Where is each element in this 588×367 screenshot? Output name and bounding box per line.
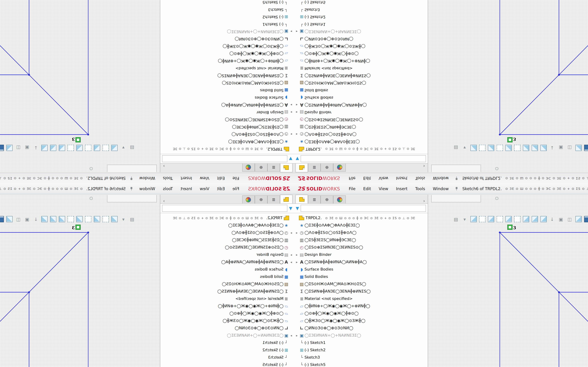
tree-item[interactable]: ◯ΣS⊙НЖ⊙ΑΜ◯ΜΑ⊙ЖН⊙ΣS◯ [160, 280, 293, 288]
tree-item[interactable]: Solid Bodies [160, 273, 293, 280]
tree-item[interactable]: ◯ΣS⊙НЖ⊙ΑΜ◯ΜΑ⊙ЖН⊙ΣS◯ [295, 79, 428, 87]
sketch-lines[interactable] [500, 233, 588, 367]
featuremanager-tab[interactable]: ⊕ [255, 164, 268, 172]
featuremanager-tab[interactable] [242, 195, 255, 203]
tree-item[interactable]: ◯ΣЗЕИΝΑΝ+◯+ΝΑИΝЕЗΣ◯ [160, 28, 293, 35]
view-toolbar-icon[interactable] [110, 143, 119, 152]
view-toolbar-icon[interactable]: ◫ [565, 215, 574, 224]
tree-item[interactable]: ◯ΣS╬ЗЕΣS◯ИΝ⊕╬ЭСЗЕ◯ [160, 236, 293, 244]
menu-item[interactable]: Tools [411, 186, 429, 191]
expander-icon[interactable] [289, 253, 293, 256]
view-toolbar-icon[interactable] [84, 143, 93, 152]
tree-item[interactable]: ◯ΣЗЕИΝΑΝ+◯+ΝΑИΝЕЗΣ◯ [295, 28, 428, 35]
featuremanager-tab[interactable]: ⊕ [320, 195, 333, 203]
pin-icon[interactable] [455, 176, 458, 180]
view-toolbar-icon[interactable]: ▾ [460, 143, 469, 152]
featuremanager-tab[interactable]: ≣ [268, 164, 280, 172]
tree-item[interactable]: ◯⊙⊕╬◯Ж◉◯◉Ж◯╬⊕⊙◯ [295, 50, 428, 57]
tabs-chevron-icon[interactable]: › [163, 199, 165, 203]
quick-access-toolbar[interactable]: ⊙ ЗЕ ⊙ Ш ⊙ ⊙ ⊙ ╬ ⊙ ЭС ⊙ ЗЕ ⊙ + ⊙ ΣS ⊙ ⊥ … [505, 176, 588, 180]
expander-icon[interactable] [289, 30, 293, 33]
view-toolbar-icon[interactable] [539, 215, 548, 224]
view-toolbar-icon[interactable] [102, 143, 110, 152]
view-toolbar-icon[interactable] [469, 215, 478, 224]
menu-item[interactable]: Edit [359, 176, 375, 181]
expander-icon[interactable] [295, 103, 299, 107]
tree-item[interactable]: ◯ΣSИΝ⊕╬Α╬⊕ИΝΑ◯ΑИΝ⊕╬Α◯ [160, 258, 293, 266]
tree-item[interactable]: Design Binder [295, 109, 428, 116]
menu-item[interactable]: View [375, 186, 392, 191]
menu-item[interactable]: File [345, 176, 359, 181]
tree-item[interactable]: ◯ΣS╬ЗЕΣS◯ИΝ⊕╬ЭСЗЕ◯ [160, 123, 293, 131]
tree-item[interactable]: ◯⊙⊕╬◯Ж◉◯◉Ж◯╬⊕⊙◯ [295, 310, 428, 317]
tree-item[interactable]: Surface Bodies [160, 266, 293, 273]
expander-icon[interactable] [295, 334, 299, 337]
expander-icon[interactable] [295, 111, 299, 114]
view-toolbar-icon[interactable] [40, 215, 49, 224]
view-toolbar-icon[interactable]: ◫ [14, 215, 23, 224]
tree-item[interactable]: ◯ИΝ⊙З⊙⊕◯⊕⊙З⊙ΝИ◯ [160, 324, 293, 332]
tree-item[interactable]: Material <not specified> [160, 65, 293, 72]
pin-icon[interactable] [455, 187, 458, 191]
view-toolbar-icon[interactable]: ▤ [128, 143, 137, 152]
view-toolbar-icon[interactable] [75, 215, 84, 224]
featuremanager-tab[interactable] [295, 164, 308, 172]
menu-item[interactable]: Insert [392, 186, 411, 191]
tree-item[interactable]: ◯⊙⊕╬◯Ж◉◯◉Ж◯╬⊕⊙◯ [160, 50, 293, 57]
tree-item[interactable]: ◯╬ИΝ⊕+◯Ж◉◯◉Ж◯+⊕ИΝ╬◯ [295, 57, 428, 65]
expander-icon[interactable] [295, 231, 299, 234]
menu-item[interactable]: File [229, 186, 243, 191]
tree-item[interactable]: ◯ΣS╬ЗЕΣS◯ИΝ⊕╬ЭСЗЕ◯ [295, 123, 428, 131]
featuremanager-tab[interactable]: ⊕ [255, 195, 268, 203]
view-toolbar-icon[interactable] [40, 143, 49, 152]
tree-item[interactable]: (-) Sketch5 [295, 0, 428, 6]
view-toolbar-icon[interactable] [469, 143, 478, 152]
expander-icon[interactable] [295, 253, 299, 256]
tree-item[interactable]: ◯╬ИΝ⊕+◯Ж◉◯◉Ж◯+⊕ИΝ╬◯ [160, 57, 293, 65]
tree-item[interactable]: ◯╬ЖЗ⊙◯Ж◉◯◉Ж◯⊙ЗЖ╬◯ [160, 43, 293, 50]
tree-item[interactable]: ◯ΣЗЕИΝΑΝ+◯+ΝΑИΝЕЗΣ◯ [160, 332, 293, 339]
view-toolbar-icon[interactable]: ▣ [23, 215, 32, 224]
tree-item[interactable]: (-) Sketch5 [295, 361, 428, 367]
tree-item[interactable]: ◯ΣSИΝ⊕╬ΑΝЗЕ◯ЗЕΝΑ╬⊕ИΝΣS◯ [160, 72, 293, 79]
view-toolbar-icon[interactable]: ▾ [119, 143, 128, 152]
tree-item[interactable]: ◯ΣSИΝ⊕╬ΑΝЗЕ◯ЗЕΝΑ╬⊕ИΝΣS◯ [295, 72, 428, 79]
tree-root[interactable]: TЯPDL2. ⊙ ЗЕ ⊙ Ш ⊙ ⊙ ⊙ ╬ ⊙ ЭС ⊙ ЗЕ ⊙ + ⊙… [160, 214, 293, 222]
view-toolbar-icon[interactable] [67, 215, 75, 224]
tree-item[interactable]: ◯ΣЗЕ╬⊙ΛΑΦ◯ΦΑΛ⊙╬ЕЗΣ◯ [160, 222, 293, 229]
tree-item[interactable]: (-) Sketch2 [295, 346, 428, 354]
view-toolbar-icon[interactable] [110, 215, 119, 224]
view-toolbar-icon[interactable] [495, 215, 504, 224]
view-toolbar-icon[interactable] [49, 215, 58, 224]
view-toolbar-icon[interactable] [574, 215, 583, 224]
expander-icon[interactable] [289, 260, 293, 264]
tree-item[interactable]: Sketch3 [295, 354, 428, 361]
cone-profile[interactable] [0, 0, 55, 5]
tree-item[interactable]: ◯╬ЖЗ⊙◯Ж◉◯◉Ж◯⊙ЗЖ╬◯ [160, 317, 293, 324]
tree-item[interactable]: ◯Λ⊙⊕╬ΣS⊙◯⊙SΣ╬⊕⊙Λ◯ [295, 229, 428, 236]
tree-item[interactable]: ◯╬ИΝ⊕+◯Ж◉◯◉Ж◯+⊕ИΝ╬◯ [160, 302, 293, 310]
tabs-chevron-icon[interactable]: › [423, 199, 425, 203]
quick-access-toolbar[interactable]: ⊙ ЗЕ ⊙ Ш ⊙ ⊙ ⊙ ╬ ⊙ ЭС ⊙ ЗЕ ⊙ + ⊙ ΣS ⊙ ⊥ … [0, 176, 83, 180]
view-toolbar-icon[interactable] [75, 143, 84, 152]
tree-item[interactable]: ◯ΣSИΝ⊕╬ΑΝЗЕ◯ЗЕΝΑ╬⊕ИΝΣS◯ [160, 288, 293, 295]
tree-item[interactable]: Design Binder [295, 251, 428, 258]
view-toolbar-icon[interactable] [49, 143, 58, 152]
view-toolbar-icon[interactable] [58, 215, 67, 224]
tree-item[interactable]: Design Binder [160, 251, 293, 258]
view-toolbar-icon[interactable]: ◫ [565, 143, 574, 152]
featuremanager-tab[interactable] [333, 164, 346, 172]
view-toolbar-icon[interactable] [530, 143, 539, 152]
filter-input[interactable] [301, 155, 426, 162]
tree-item[interactable]: Sketch3 [160, 354, 293, 361]
tree-item[interactable]: ◯ΣSИΝ⊕╬Α╬⊕ИΝΑ◯ΑИΝ⊕╬Α◯ [295, 258, 428, 266]
tree-item[interactable]: Surface Bodies [160, 94, 293, 101]
tree-item[interactable]: ◯ΣS⊙⊕ΣSИΝЗЕ◯ЗЕИΝΣS⊙◯ [160, 244, 293, 251]
tree-item[interactable]: Sketch3 [160, 6, 293, 13]
view-toolbar-icon[interactable]: ↓ [32, 215, 40, 224]
tree-item[interactable]: Solid Bodies [160, 87, 293, 94]
tree-item[interactable]: ◯ΣSИΝ⊕╬ΑΝЗЕ◯ЗЕΝΑ╬⊕ИΝΣS◯ [295, 288, 428, 295]
view-toolbar-icon[interactable] [102, 215, 110, 224]
tree-item[interactable]: (-) Sketch2 [295, 13, 428, 21]
view-toolbar-icon[interactable] [504, 215, 513, 224]
